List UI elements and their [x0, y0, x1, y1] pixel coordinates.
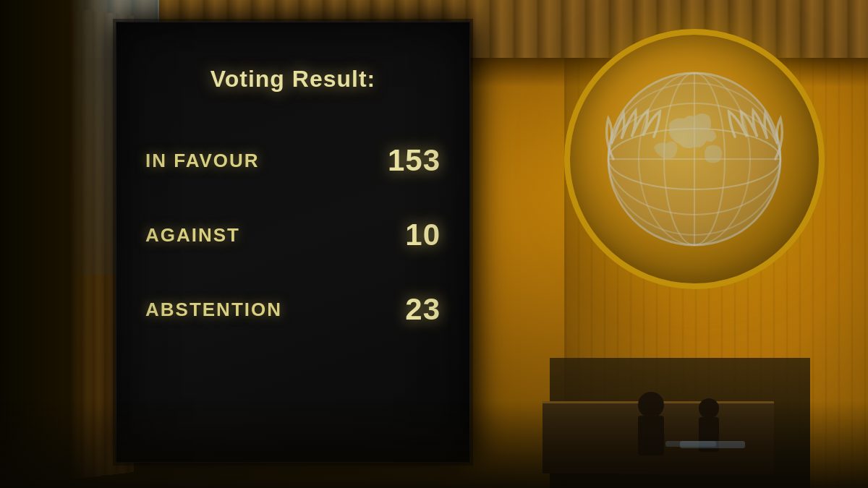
- vote-label-against: AGAINST: [145, 224, 240, 247]
- un-logo-svg: [593, 58, 796, 260]
- vote-row-against: AGAINST 10: [145, 218, 441, 252]
- vote-row-favour: IN FAVOUR 153: [145, 143, 441, 178]
- un-emblem-container: [564, 29, 825, 289]
- vote-number-favour: 153: [388, 143, 441, 178]
- scoreboard-title: Voting Result:: [210, 66, 376, 93]
- vote-label-abstention: ABSTENTION: [145, 299, 282, 321]
- vote-row-abstention: ABSTENTION 23: [145, 292, 441, 327]
- vote-number-abstention: 23: [405, 292, 441, 327]
- scene: Voting Result: IN FAVOUR 153 AGAINST 10 …: [0, 0, 868, 488]
- un-emblem: [564, 29, 825, 289]
- scoreboard: Voting Result: IN FAVOUR 153 AGAINST 10 …: [116, 22, 470, 463]
- vote-label-favour: IN FAVOUR: [145, 150, 260, 172]
- vote-number-against: 10: [405, 218, 441, 252]
- floor: [0, 401, 868, 488]
